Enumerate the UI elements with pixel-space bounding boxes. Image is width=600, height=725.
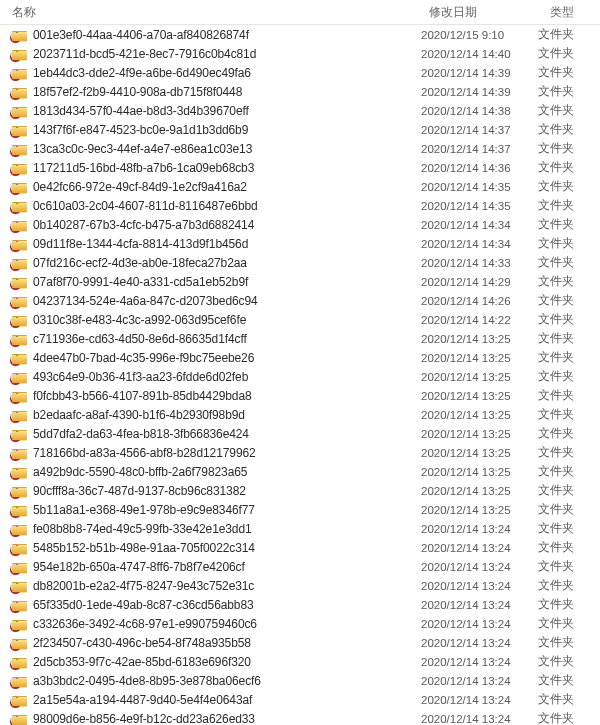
name-cell[interactable]: f0fcbb43-b566-4107-891b-85db4429bda8 (0, 389, 421, 403)
table-row[interactable]: 117211d5-16bd-48fb-a7b6-1ca09eb68cb32020… (0, 158, 600, 177)
folder-name: 718166bd-a83a-4566-abf8-b28d12179962 (33, 446, 256, 460)
name-cell[interactable]: 0310c38f-e483-4c3c-a992-063d95cef6fe (0, 313, 421, 327)
name-cell[interactable]: 001e3ef0-44aa-4406-a70a-af840826874f (0, 28, 421, 42)
table-row[interactable]: 718166bd-a83a-4566-abf8-b28d121799622020… (0, 443, 600, 462)
table-row[interactable]: 001e3ef0-44aa-4406-a70a-af840826874f2020… (0, 25, 600, 44)
folder-name: 0e42fc66-972e-49cf-84d9-1e2cf9a416a2 (33, 180, 247, 194)
header-name[interactable]: 名称 (0, 4, 421, 21)
table-row[interactable]: fe08b8b8-74ed-49c5-99fb-33e42e1e3dd12020… (0, 519, 600, 538)
name-cell[interactable]: a492b9dc-5590-48c0-bffb-2a6f79823a65 (0, 465, 421, 479)
folder-disc-icon (12, 371, 27, 383)
name-cell[interactable]: 07fd216c-ecf2-4d3e-ab0e-18feca27b2aa (0, 256, 421, 270)
table-row[interactable]: 13ca3c0c-9ec3-44ef-a4e7-e86ea1c03e132020… (0, 139, 600, 158)
folder-name: 90cfff8a-36c7-487d-9137-8cb96c831382 (33, 484, 246, 498)
name-cell[interactable]: 5b11a8a1-e368-49e1-978b-e9c9e8346f77 (0, 503, 421, 517)
name-cell[interactable]: 0e42fc66-972e-49cf-84d9-1e2cf9a416a2 (0, 180, 421, 194)
item-type: 文件夹 (538, 673, 600, 688)
modified-date: 2020/12/14 13:25 (421, 333, 538, 345)
file-list: 001e3ef0-44aa-4406-a70a-af840826874f2020… (0, 25, 600, 725)
name-cell[interactable]: 5485b152-b51b-498e-91aa-705f0022c314 (0, 541, 421, 555)
table-row[interactable]: 954e182b-650a-4747-8ff6-7b8f7e4206cf2020… (0, 557, 600, 576)
table-row[interactable]: 09d11f8e-1344-4cfa-8814-413d9f1b456d2020… (0, 234, 600, 253)
table-row[interactable]: 5485b152-b51b-498e-91aa-705f0022c3142020… (0, 538, 600, 557)
name-cell[interactable]: 143f7f6f-e847-4523-bc0e-9a1d1b3dd6b9 (0, 123, 421, 137)
header-date[interactable]: 修改日期 (429, 4, 542, 21)
table-row[interactable]: b2edaafc-a8af-4390-b1f6-4b2930f98b9d2020… (0, 405, 600, 424)
table-row[interactable]: 4dee47b0-7bad-4c35-996e-f9bc75eebe262020… (0, 348, 600, 367)
modified-date: 2020/12/14 13:24 (421, 580, 538, 592)
folder-disc-icon (12, 694, 27, 706)
name-cell[interactable]: 07af8f70-9991-4e40-a331-cd5a1eb52b9f (0, 275, 421, 289)
item-type: 文件夹 (538, 179, 600, 194)
table-row[interactable]: 493c64e9-0b36-41f3-aa23-6fdde6d02feb2020… (0, 367, 600, 386)
table-row[interactable]: 1eb44dc3-dde2-4f9e-a6be-6d490ec49fa62020… (0, 63, 600, 82)
name-cell[interactable]: 90cfff8a-36c7-487d-9137-8cb96c831382 (0, 484, 421, 498)
folder-disc-icon (12, 276, 27, 288)
table-row[interactable]: 0c610a03-2c04-4607-811d-8116487e6bbd2020… (0, 196, 600, 215)
table-row[interactable]: 07af8f70-9991-4e40-a331-cd5a1eb52b9f2020… (0, 272, 600, 291)
modified-date: 2020/12/15 9:10 (421, 29, 538, 41)
name-cell[interactable]: 18f57ef2-f2b9-4410-908a-db715f8f0448 (0, 85, 421, 99)
table-row[interactable]: 143f7f6f-e847-4523-bc0e-9a1d1b3dd6b92020… (0, 120, 600, 139)
table-row[interactable]: 5dd7dfa2-da63-4fea-b818-3fb66836e4242020… (0, 424, 600, 443)
name-cell[interactable]: fe08b8b8-74ed-49c5-99fb-33e42e1e3dd1 (0, 522, 421, 536)
table-row[interactable]: 0e42fc66-972e-49cf-84d9-1e2cf9a416a22020… (0, 177, 600, 196)
table-row[interactable]: 2f234507-c430-496c-be54-8f748a935b582020… (0, 633, 600, 652)
name-cell[interactable]: 954e182b-650a-4747-8ff6-7b8f7e4206cf (0, 560, 421, 574)
table-row[interactable]: f0fcbb43-b566-4107-891b-85db4429bda82020… (0, 386, 600, 405)
table-row[interactable]: a492b9dc-5590-48c0-bffb-2a6f79823a652020… (0, 462, 600, 481)
item-type: 文件夹 (538, 160, 600, 175)
table-row[interactable]: 2023711d-bcd5-421e-8ec7-7916c0b4c81d2020… (0, 44, 600, 63)
table-row[interactable]: 18f57ef2-f2b9-4410-908a-db715f8f04482020… (0, 82, 600, 101)
table-row[interactable]: c711936e-cd63-4d50-8e6d-86635d1f4cff2020… (0, 329, 600, 348)
name-cell[interactable]: 1eb44dc3-dde2-4f9e-a6be-6d490ec49fa6 (0, 66, 421, 80)
folder-disc-icon (12, 599, 27, 611)
name-cell[interactable]: 5dd7dfa2-da63-4fea-b818-3fb66836e424 (0, 427, 421, 441)
folder-name: db82001b-e2a2-4f75-8247-9e43c752e31c (33, 579, 254, 593)
header-type[interactable]: 类型 (550, 4, 600, 21)
table-row[interactable]: 90cfff8a-36c7-487d-9137-8cb96c8313822020… (0, 481, 600, 500)
table-row[interactable]: c332636e-3492-4c68-97e1-e990759460c62020… (0, 614, 600, 633)
name-cell[interactable]: 718166bd-a83a-4566-abf8-b28d12179962 (0, 446, 421, 460)
table-row[interactable]: 0b140287-67b3-4cfc-b475-a7b3d68824142020… (0, 215, 600, 234)
modified-date: 2020/12/14 14:34 (421, 219, 538, 231)
folder-name: c711936e-cd63-4d50-8e6d-86635d1f4cff (33, 332, 247, 346)
table-row[interactable]: 0310c38f-e483-4c3c-a992-063d95cef6fe2020… (0, 310, 600, 329)
name-cell[interactable]: c711936e-cd63-4d50-8e6d-86635d1f4cff (0, 332, 421, 346)
name-cell[interactable]: 2a15e54a-a194-4487-9d40-5e4f4e0643af (0, 693, 421, 707)
item-type: 文件夹 (538, 464, 600, 479)
name-cell[interactable]: 09d11f8e-1344-4cfa-8814-413d9f1b456d (0, 237, 421, 251)
table-row[interactable]: db82001b-e2a2-4f75-8247-9e43c752e31c2020… (0, 576, 600, 595)
modified-date: 2020/12/14 13:25 (421, 371, 538, 383)
table-row[interactable]: 07fd216c-ecf2-4d3e-ab0e-18feca27b2aa2020… (0, 253, 600, 272)
name-cell[interactable]: 2f234507-c430-496c-be54-8f748a935b58 (0, 636, 421, 650)
file-explorer-details-view: 名称 修改日期 类型 001e3ef0-44aa-4406-a70a-af840… (0, 0, 600, 725)
name-cell[interactable]: 65f335d0-1ede-49ab-8c87-c36cd56abb83 (0, 598, 421, 612)
table-row[interactable]: 98009d6e-b856-4e9f-b12c-dd23a626ed332020… (0, 709, 600, 725)
name-cell[interactable]: 0b140287-67b3-4cfc-b475-a7b3d6882414 (0, 218, 421, 232)
table-row[interactable]: 5b11a8a1-e368-49e1-978b-e9c9e8346f772020… (0, 500, 600, 519)
name-cell[interactable]: 2d5cb353-9f7c-42ae-85bd-6183e696f320 (0, 655, 421, 669)
name-cell[interactable]: 4dee47b0-7bad-4c35-996e-f9bc75eebe26 (0, 351, 421, 365)
name-cell[interactable]: 98009d6e-b856-4e9f-b12c-dd23a626ed33 (0, 712, 421, 726)
table-row[interactable]: 65f335d0-1ede-49ab-8c87-c36cd56abb832020… (0, 595, 600, 614)
name-cell[interactable]: 117211d5-16bd-48fb-a7b6-1ca09eb68cb3 (0, 161, 421, 175)
table-row[interactable]: 2d5cb353-9f7c-42ae-85bd-6183e696f3202020… (0, 652, 600, 671)
name-cell[interactable]: a3b3bdc2-0495-4de8-8b95-3e878ba06ecf6 (0, 674, 421, 688)
table-row[interactable]: 2a15e54a-a194-4487-9d40-5e4f4e0643af2020… (0, 690, 600, 709)
name-cell[interactable]: 1813d434-57f0-44ae-b8d3-3d4b39670eff (0, 104, 421, 118)
name-cell[interactable]: 493c64e9-0b36-41f3-aa23-6fdde6d02feb (0, 370, 421, 384)
item-type: 文件夹 (538, 616, 600, 631)
table-row[interactable]: 1813d434-57f0-44ae-b8d3-3d4b39670eff2020… (0, 101, 600, 120)
name-cell[interactable]: 04237134-524e-4a6a-847c-d2073bed6c94 (0, 294, 421, 308)
name-cell[interactable]: 13ca3c0c-9ec3-44ef-a4e7-e86ea1c03e13 (0, 142, 421, 156)
name-cell[interactable]: c332636e-3492-4c68-97e1-e990759460c6 (0, 617, 421, 631)
folder-disc-icon (12, 656, 27, 668)
folder-name: 0b140287-67b3-4cfc-b475-a7b3d6882414 (33, 218, 254, 232)
table-row[interactable]: 04237134-524e-4a6a-847c-d2073bed6c942020… (0, 291, 600, 310)
table-row[interactable]: a3b3bdc2-0495-4de8-8b95-3e878ba06ecf6202… (0, 671, 600, 690)
name-cell[interactable]: 2023711d-bcd5-421e-8ec7-7916c0b4c81d (0, 47, 421, 61)
name-cell[interactable]: 0c610a03-2c04-4607-811d-8116487e6bbd (0, 199, 421, 213)
name-cell[interactable]: db82001b-e2a2-4f75-8247-9e43c752e31c (0, 579, 421, 593)
name-cell[interactable]: b2edaafc-a8af-4390-b1f6-4b2930f98b9d (0, 408, 421, 422)
